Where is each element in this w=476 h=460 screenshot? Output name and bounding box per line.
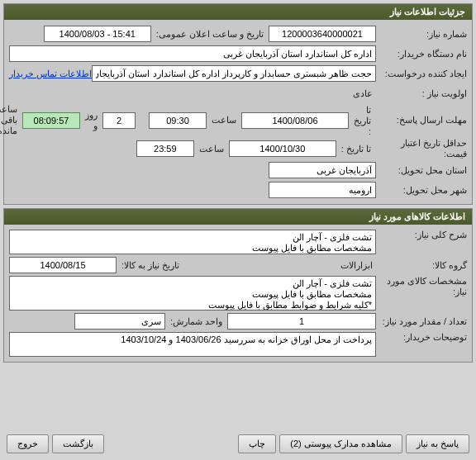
unit-label: واحد شمارش: bbox=[165, 316, 227, 327]
public-announce-label: تاریخ و ساعت اعلان عمومی: bbox=[151, 29, 269, 40]
buyer-notes-field[interactable] bbox=[9, 332, 376, 357]
delivery-city-label: شهر محل تحویل: bbox=[376, 185, 467, 196]
to-date-label-1: تا تاریخ : bbox=[349, 105, 376, 136]
need-desc-label: شرح کلی نیاز: bbox=[376, 230, 467, 240]
buyer-org-label: نام دستگاه خریدار: bbox=[376, 49, 467, 59]
priority-label: اولویت نیاز : bbox=[376, 88, 467, 99]
days-and-label: روز و bbox=[80, 110, 102, 131]
time-label-1: ساعت bbox=[207, 115, 241, 126]
goods-group-value: ابزارالات bbox=[337, 258, 376, 273]
reply-time-field[interactable] bbox=[149, 112, 207, 129]
requester-field[interactable] bbox=[92, 65, 376, 82]
need-number-field[interactable] bbox=[269, 26, 376, 42]
reply-date-field[interactable] bbox=[241, 112, 349, 129]
view-attachments-button[interactable]: مشاهده مدارک پیوستی (2) bbox=[279, 434, 402, 453]
price-validity-time-field[interactable] bbox=[136, 140, 194, 157]
remaining-days-field[interactable] bbox=[102, 112, 136, 129]
price-validity-label: حداقل تاریخ اعتبار قیمت: bbox=[376, 138, 467, 159]
goods-spec-label: مشخصات کالای مورد نیاز: bbox=[376, 276, 467, 297]
remaining-hours-label: ساعت باقی مانده bbox=[0, 104, 22, 136]
print-button[interactable]: چاپ bbox=[238, 434, 276, 453]
buyer-org-field[interactable] bbox=[9, 45, 376, 62]
time-label-2: ساعت bbox=[194, 144, 229, 154]
need-desc-field[interactable] bbox=[9, 230, 376, 254]
delivery-city-field[interactable] bbox=[269, 182, 376, 198]
to-date-label-2: تا تاریخ : bbox=[336, 144, 376, 154]
need-date-label: تاریخ نیاز به کالا: bbox=[117, 260, 184, 271]
need-number-label: شماره نیاز: bbox=[376, 29, 467, 40]
qty-field[interactable] bbox=[227, 313, 376, 330]
qty-label: تعداد / مقدار مورد نیاز: bbox=[376, 316, 467, 327]
requester-label: ایجاد کننده درخواست: bbox=[376, 69, 467, 79]
need-date-field[interactable] bbox=[9, 257, 117, 273]
delivery-province-label: استان محل تحویل: bbox=[376, 165, 467, 176]
need-details-panel: جزئیات اطلاعات نیاز شماره نیاز: تاریخ و … bbox=[3, 3, 473, 205]
delivery-province-field[interactable] bbox=[269, 162, 376, 178]
reply-to-need-button[interactable]: پاسخ به نیاز bbox=[406, 434, 469, 453]
reply-deadline-label: مهلت ارسال پاسخ: bbox=[376, 115, 467, 126]
goods-info-header: اطلاعات کالاهای مورد نیاز bbox=[4, 209, 472, 225]
exit-button[interactable]: خروج bbox=[7, 434, 49, 453]
priority-value: عادی bbox=[350, 87, 376, 101]
footer-toolbar: پاسخ به نیاز مشاهده مدارک پیوستی (2) چاپ… bbox=[3, 431, 473, 457]
goods-group-label: گروه کالا: bbox=[376, 260, 467, 271]
remaining-time-field[interactable] bbox=[22, 112, 80, 129]
buyer-notes-label: توضیحات خریدار: bbox=[376, 332, 467, 343]
goods-info-panel: اطلاعات کالاهای مورد نیاز شرح کلی نیاز: … bbox=[3, 208, 473, 363]
buyer-contact-link[interactable]: اطلاعات تماس خریدار bbox=[9, 69, 92, 79]
price-validity-date-field[interactable] bbox=[229, 140, 336, 157]
unit-field[interactable] bbox=[74, 313, 165, 330]
back-button[interactable]: بازگشت bbox=[52, 434, 104, 453]
need-details-header: جزئیات اطلاعات نیاز bbox=[4, 4, 472, 20]
goods-spec-field[interactable] bbox=[9, 276, 376, 311]
public-announce-field[interactable] bbox=[44, 26, 151, 42]
